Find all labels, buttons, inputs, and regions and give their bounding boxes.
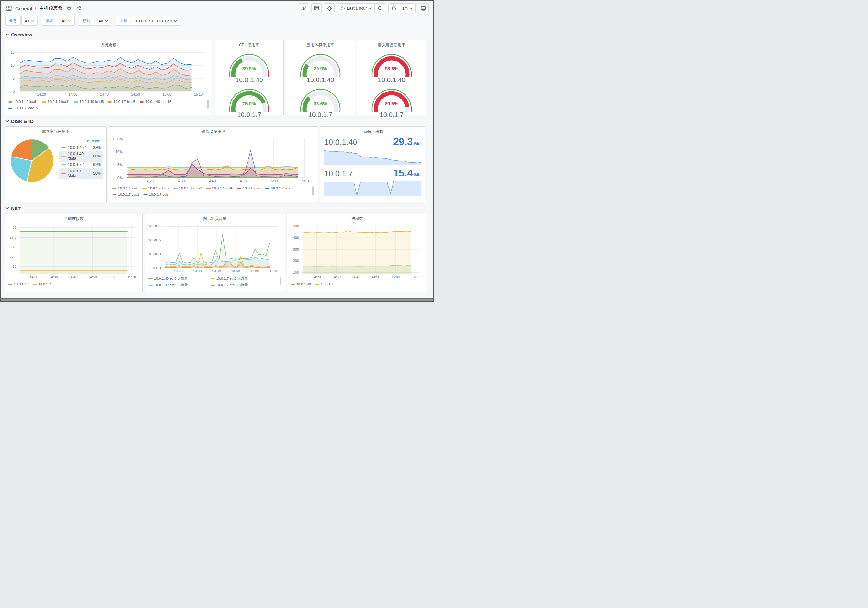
filter-module-label[interactable]: 模块 (79, 16, 95, 26)
legend-item[interactable]: 10.0.1.40 load5 (74, 99, 104, 104)
section-net[interactable]: NET (5, 205, 429, 211)
legend-scrollbar[interactable] (279, 277, 281, 286)
connections-chart[interactable]: 14:2014:3014:4014:5015:0015:102022.52527… (8, 222, 139, 280)
legend-item[interactable]: 10.0.1.7 vda (265, 186, 290, 191)
cycle-view-mode-button[interactable] (418, 3, 429, 13)
dashboard-settings-button[interactable] (324, 3, 335, 13)
panel-title[interactable]: 最大磁盘使用率 (361, 42, 423, 48)
gauge-10.0.1.7[interactable]: 33.6%10.0.1.7 (297, 84, 344, 118)
star-icon[interactable] (65, 5, 73, 12)
inode-sparkline-host1[interactable] (324, 148, 421, 165)
legend-item[interactable]: 10.0.1.7 load1 (42, 99, 70, 104)
svg-text:14:50: 14:50 (231, 269, 240, 273)
legend-item[interactable]: 10.0.1.7 sr0 (237, 186, 261, 191)
legend-item[interactable]: 10.0.1.40 vda1 (174, 186, 202, 191)
legend-item[interactable]: 10.0.1.40 (291, 281, 311, 287)
legend-item[interactable]: 10.0.1.7 (33, 281, 51, 287)
svg-text:0: 0 (12, 89, 15, 93)
filter-business-value[interactable]: All (21, 16, 38, 26)
svg-text:14:30: 14:30 (193, 269, 202, 273)
filter-business: 业务 All (5, 16, 38, 26)
filter-cluster-value[interactable]: All (58, 16, 74, 26)
disk-io-chart[interactable]: 14:2014:3014:4014:5015:0015:100%5%10%15.… (112, 135, 314, 183)
save-dashboard-button[interactable] (312, 3, 322, 13)
legend-item[interactable]: 10.0.1.40 load1 (8, 99, 38, 104)
legend-item[interactable]: 10.0.1.7 vda1 (112, 192, 139, 197)
panel-title[interactable]: inode可用数 (324, 129, 422, 134)
legend-item[interactable]: 10.0.1.7 load5 (108, 99, 135, 104)
gauge-host-label: 10.0.1.7 (237, 111, 261, 118)
gauge-10.0.1.7[interactable]: 75.0%10.0.1.7 (225, 84, 273, 118)
svg-text:14:20: 14:20 (29, 275, 38, 279)
legend-item[interactable]: 10.0.1.40 vdb (206, 186, 233, 191)
filter-business-label[interactable]: 业务 (5, 16, 20, 26)
legend-series-color (8, 108, 12, 109)
legend-series-label: 10.0.1.40 eth0 出流量 (154, 282, 188, 288)
processes-chart[interactable]: 14:2014:3014:4014:5015:0015:101002003004… (291, 222, 423, 280)
share-icon[interactable] (75, 5, 82, 12)
legend-item[interactable]: 10.0.1.40 vda (143, 186, 169, 191)
panel-title[interactable]: 磁盘IO使用率 (112, 129, 314, 134)
panel-title[interactable]: 网卡出入流量 (149, 216, 281, 221)
dashboard-title[interactable]: 主机仪表盘 (39, 5, 63, 11)
svg-text:14:40: 14:40 (100, 93, 109, 96)
stat-unit: Mil (414, 172, 421, 177)
refresh-interval-picker[interactable]: 1m (399, 4, 415, 12)
legend-current-header[interactable]: current (87, 139, 101, 143)
legend-item[interactable]: 10.0.1.7 eth0 出流量 (211, 282, 268, 288)
window-bottom-scrollbar[interactable] (0, 299, 434, 302)
gauge-10.0.1.40[interactable]: 98.6%10.0.1.40 (368, 50, 415, 84)
filter-module-value[interactable]: All (95, 16, 112, 26)
svg-text:29.9%: 29.9% (314, 66, 327, 71)
breadcrumb-folder[interactable]: General (15, 6, 32, 11)
disk-space-pie[interactable] (8, 137, 56, 184)
svg-text:10%: 10% (116, 150, 122, 154)
pie-legend-row[interactable]: 10.0.1.40 /data100% (59, 151, 103, 162)
panel-inode: inode可用数 10.0.1.40 29.3Mil 10.0.1.7 15.4… (320, 126, 425, 202)
legend-series-label: 10.0.1.40 load1 (14, 99, 38, 104)
legend-item[interactable]: 10.0.1.7 (315, 281, 333, 287)
pie-legend-row[interactable]: 10.0.1.7 /62% (59, 162, 103, 168)
net-traffic-chart[interactable]: 14:2014:3014:4014:5015:0015:100 B/s10 MB… (149, 222, 281, 274)
svg-text:15: 15 (11, 50, 15, 54)
legend-item[interactable]: 10.0.1.40 eth0 入流量 (149, 276, 206, 281)
panel-title[interactable]: CPU使用率 (218, 42, 280, 48)
panel-title[interactable]: 系统负载 (8, 42, 209, 48)
legend-item[interactable]: 10.0.1.7 load15 (8, 106, 38, 111)
gauge-10.0.1.7[interactable]: 80.5%10.0.1.7 (368, 84, 415, 118)
pie-legend-row[interactable]: 10.0.1.7 /data56% (59, 168, 103, 179)
legend-item[interactable]: 10.0.1.40 eth0 出流量 (149, 282, 206, 288)
refresh-button[interactable] (389, 4, 399, 12)
legend-series-label: 10.0.1.40 load15 (145, 99, 171, 104)
inode-sparkline-host2[interactable] (324, 179, 421, 196)
legend-item[interactable]: 10.0.1.40 (8, 281, 28, 287)
svg-text:5%: 5% (118, 163, 122, 166)
add-panel-button[interactable] (299, 3, 309, 13)
panel-title[interactable]: 磁盘空间使用率 (8, 129, 103, 134)
svg-text:75.0%: 75.0% (242, 101, 256, 106)
legend-series-label: 10.0.1.40 vdb (212, 186, 233, 191)
dashboards-grid-icon[interactable] (5, 5, 12, 12)
legend-scrollbar[interactable] (207, 100, 209, 109)
filter-cluster-label[interactable]: 集群 (42, 16, 57, 26)
panel-title[interactable]: 当前连接数 (8, 216, 139, 221)
sysload-chart[interactable]: 14:2014:3014:4014:5015:0015:10051015 (8, 49, 208, 97)
time-range-label: Last 1 hour (347, 6, 367, 11)
legend-item[interactable]: 10.0.1.40 load15 (140, 99, 171, 104)
section-disk-io[interactable]: DISK & IO (5, 118, 429, 124)
panel-title[interactable]: 应用内存使用率 (289, 42, 351, 48)
zoom-out-button[interactable] (375, 4, 386, 12)
time-range-picker[interactable]: Last 1 hour (338, 4, 375, 12)
filter-host-label[interactable]: 主机 (116, 16, 131, 26)
gauge-10.0.1.40[interactable]: 29.9%10.0.1.40 (297, 50, 344, 84)
chevron-down-icon (410, 7, 412, 9)
legend-scrollbar[interactable] (312, 186, 314, 195)
section-overview[interactable]: Overview (5, 32, 429, 37)
filter-host-value[interactable]: 10.0.1.7 + 10.0.1.40 (132, 16, 180, 26)
panel-title[interactable]: 进程数 (291, 216, 423, 221)
pie-legend-row[interactable]: 10.0.1.40 /38% (59, 145, 103, 151)
gauge-10.0.1.40[interactable]: 39.9%10.0.1.40 (225, 50, 273, 84)
legend-item[interactable]: 10.0.1.40 sr0 (112, 186, 138, 191)
legend-item[interactable]: 10.0.1.7 vdb (143, 192, 168, 197)
legend-item[interactable]: 10.0.1.7 eth0 入流量 (211, 276, 268, 281)
